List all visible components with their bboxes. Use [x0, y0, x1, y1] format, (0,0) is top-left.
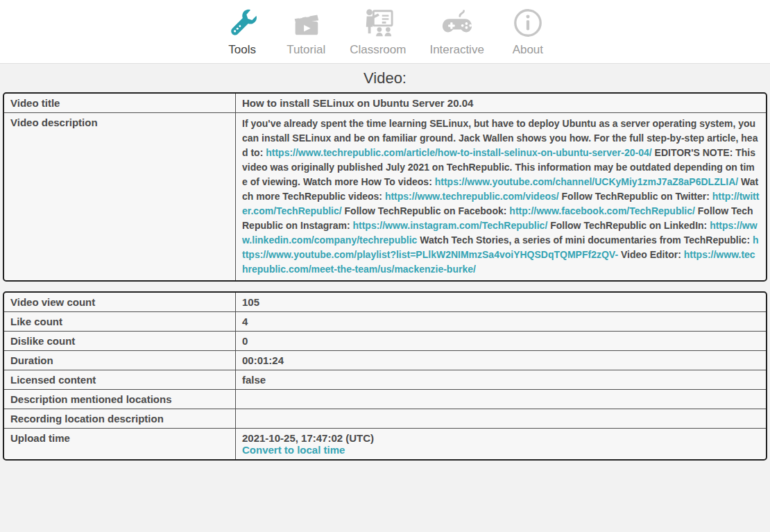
- stat-value: [236, 389, 766, 409]
- stat-value: 105: [236, 293, 766, 311]
- table-row: Video title How to install SELinux on Ub…: [4, 94, 766, 112]
- stat-value: 00:01:24: [236, 350, 766, 370]
- stat-label: Recording location description: [4, 409, 236, 428]
- nav-item-classroom[interactable]: Classroom: [350, 6, 406, 57]
- stat-label: Duration: [4, 350, 236, 370]
- table-row: Licensed content false: [4, 370, 766, 389]
- table-row: Video description If you've already spen…: [4, 112, 766, 280]
- video-info-table: Video title How to install SELinux on Ub…: [3, 92, 767, 282]
- tutorial-icon: [290, 6, 322, 40]
- table-row: Duration 00:01:24: [4, 350, 766, 370]
- content-area: Video: Video title How to install SELinu…: [0, 63, 770, 532]
- tools-icon: [226, 6, 258, 40]
- stat-label: Dislike count: [4, 331, 236, 350]
- stat-label: Like count: [4, 311, 236, 331]
- classroom-icon: [361, 6, 395, 40]
- table-row: Description mentioned locations: [4, 389, 766, 409]
- table-row: Video view count 105: [4, 293, 766, 311]
- stat-value: 4: [236, 311, 766, 331]
- stat-label: Video view count: [4, 293, 236, 311]
- description-text: Video Editor:: [618, 249, 684, 260]
- stat-value: 0: [236, 331, 766, 350]
- table-row: Upload time 2021-10-25, 17:47:02 (UTC) C…: [4, 428, 766, 459]
- video-title-label: Video title: [4, 94, 236, 112]
- convert-local-time-link[interactable]: Convert to local time: [242, 444, 760, 456]
- nav-item-about[interactable]: About: [508, 6, 548, 57]
- nav-label-tutorial: Tutorial: [286, 43, 325, 57]
- description-text: Follow TechRepublic on LinkedIn:: [547, 220, 710, 231]
- nav-item-tools[interactable]: Tools: [222, 6, 262, 57]
- table-row: Like count 4: [4, 311, 766, 331]
- nav-label-tools: Tools: [228, 43, 256, 57]
- stat-label: Description mentioned locations: [4, 389, 236, 409]
- upload-time-value: 2021-10-25, 17:47:02 (UTC) Convert to lo…: [236, 428, 766, 459]
- nav-label-about: About: [513, 43, 543, 57]
- description-link[interactable]: https://www.youtube.com/channel/UCKyMiy1…: [435, 176, 738, 187]
- table-row: Recording location description: [4, 409, 766, 428]
- nav-label-interactive: Interactive: [429, 43, 484, 57]
- table-row: Dislike count 0: [4, 331, 766, 350]
- video-title-value: How to install SELinux on Ubuntu Server …: [236, 94, 766, 112]
- video-stats-table: Video view count 105 Like count 4 Dislik…: [3, 291, 767, 461]
- video-description-value: If you've already spent the time learnin…: [236, 112, 766, 280]
- page-title: Video:: [3, 69, 767, 87]
- nav-item-tutorial[interactable]: Tutorial: [286, 6, 326, 57]
- description-link[interactable]: https://www.techrepublic.com/videos/: [385, 191, 559, 202]
- upload-time-label: Upload time: [4, 428, 236, 459]
- description-text: Follow TechRepublic on Twitter:: [559, 191, 712, 202]
- description-text: Follow TechRepublic on Facebook:: [342, 205, 510, 216]
- interactive-icon: [440, 6, 474, 40]
- description-link[interactable]: http://www.facebook.com/TechRepublic/: [509, 205, 695, 216]
- nav-label-classroom: Classroom: [350, 43, 406, 57]
- stat-value: [236, 409, 766, 428]
- nav-item-interactive[interactable]: Interactive: [429, 6, 484, 57]
- top-navigation: Tools Tutorial: [0, 0, 770, 63]
- video-description-label: Video description: [4, 112, 236, 280]
- upload-timestamp: 2021-10-25, 17:47:02 (UTC): [242, 432, 760, 444]
- description-link[interactable]: https://www.techrepublic.com/article/how…: [266, 147, 651, 158]
- stat-value: false: [236, 370, 766, 389]
- description-text: Watch Tech Stories, a series of mini doc…: [417, 234, 753, 246]
- description-link[interactable]: https://www.instagram.com/TechRepublic/: [352, 220, 547, 231]
- stat-label: Licensed content: [4, 370, 236, 389]
- about-icon: [512, 6, 544, 40]
